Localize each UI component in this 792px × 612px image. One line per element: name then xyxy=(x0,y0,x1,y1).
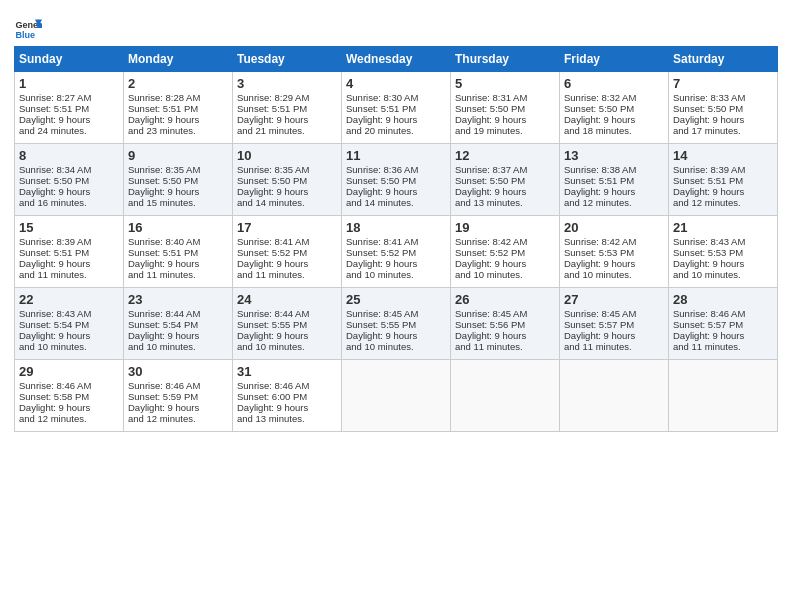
day-info: Sunrise: 8:27 AM xyxy=(19,92,119,103)
day-info: Daylight: 9 hours xyxy=(19,402,119,413)
calendar-cell: 18Sunrise: 8:41 AMSunset: 5:52 PMDayligh… xyxy=(342,216,451,288)
day-info: Sunrise: 8:43 AM xyxy=(673,236,773,247)
day-info: Sunset: 5:52 PM xyxy=(455,247,555,258)
day-info: Sunset: 5:56 PM xyxy=(455,319,555,330)
calendar-cell: 30Sunrise: 8:46 AMSunset: 5:59 PMDayligh… xyxy=(124,360,233,432)
day-info: and 24 minutes. xyxy=(19,125,119,136)
day-number: 26 xyxy=(455,292,555,307)
day-number: 18 xyxy=(346,220,446,235)
day-info: Daylight: 9 hours xyxy=(455,186,555,197)
calendar-cell: 8Sunrise: 8:34 AMSunset: 5:50 PMDaylight… xyxy=(15,144,124,216)
svg-text:Blue: Blue xyxy=(15,30,35,40)
day-info: and 11 minutes. xyxy=(237,269,337,280)
day-number: 10 xyxy=(237,148,337,163)
day-info: Sunrise: 8:40 AM xyxy=(128,236,228,247)
day-info: and 17 minutes. xyxy=(673,125,773,136)
day-info: Sunset: 5:59 PM xyxy=(128,391,228,402)
day-info: Sunset: 5:53 PM xyxy=(564,247,664,258)
calendar-cell: 13Sunrise: 8:38 AMSunset: 5:51 PMDayligh… xyxy=(560,144,669,216)
day-number: 9 xyxy=(128,148,228,163)
day-info: Sunset: 5:50 PM xyxy=(346,175,446,186)
day-number: 28 xyxy=(673,292,773,307)
day-info: Sunrise: 8:37 AM xyxy=(455,164,555,175)
day-info: Daylight: 9 hours xyxy=(237,330,337,341)
day-info: and 20 minutes. xyxy=(346,125,446,136)
day-info: Sunset: 5:50 PM xyxy=(128,175,228,186)
day-info: and 14 minutes. xyxy=(346,197,446,208)
day-info: Sunrise: 8:45 AM xyxy=(564,308,664,319)
day-info: Daylight: 9 hours xyxy=(128,114,228,125)
day-info: Sunrise: 8:34 AM xyxy=(19,164,119,175)
day-number: 20 xyxy=(564,220,664,235)
calendar-cell xyxy=(669,360,778,432)
day-info: Sunrise: 8:28 AM xyxy=(128,92,228,103)
day-info: Sunset: 5:57 PM xyxy=(564,319,664,330)
calendar-cell: 3Sunrise: 8:29 AMSunset: 5:51 PMDaylight… xyxy=(233,72,342,144)
day-info: Daylight: 9 hours xyxy=(564,330,664,341)
calendar-week-3: 15Sunrise: 8:39 AMSunset: 5:51 PMDayligh… xyxy=(15,216,778,288)
day-info: Daylight: 9 hours xyxy=(455,258,555,269)
day-number: 1 xyxy=(19,76,119,91)
day-info: Sunrise: 8:35 AM xyxy=(128,164,228,175)
day-number: 22 xyxy=(19,292,119,307)
day-info: Sunrise: 8:45 AM xyxy=(346,308,446,319)
day-info: and 13 minutes. xyxy=(237,413,337,424)
day-number: 14 xyxy=(673,148,773,163)
calendar-cell: 25Sunrise: 8:45 AMSunset: 5:55 PMDayligh… xyxy=(342,288,451,360)
day-info: Daylight: 9 hours xyxy=(128,330,228,341)
day-info: Daylight: 9 hours xyxy=(564,186,664,197)
day-info: Sunset: 5:50 PM xyxy=(455,175,555,186)
day-number: 21 xyxy=(673,220,773,235)
calendar-cell: 10Sunrise: 8:35 AMSunset: 5:50 PMDayligh… xyxy=(233,144,342,216)
calendar-cell: 26Sunrise: 8:45 AMSunset: 5:56 PMDayligh… xyxy=(451,288,560,360)
calendar-cell: 29Sunrise: 8:46 AMSunset: 5:58 PMDayligh… xyxy=(15,360,124,432)
calendar-cell xyxy=(342,360,451,432)
calendar-cell xyxy=(451,360,560,432)
day-info: and 16 minutes. xyxy=(19,197,119,208)
day-info: Daylight: 9 hours xyxy=(673,330,773,341)
day-number: 8 xyxy=(19,148,119,163)
day-info: Sunrise: 8:38 AM xyxy=(564,164,664,175)
day-number: 31 xyxy=(237,364,337,379)
day-info: Sunset: 5:51 PM xyxy=(128,103,228,114)
day-number: 16 xyxy=(128,220,228,235)
day-info: Sunset: 5:50 PM xyxy=(564,103,664,114)
day-info: and 12 minutes. xyxy=(19,413,119,424)
calendar-cell: 7Sunrise: 8:33 AMSunset: 5:50 PMDaylight… xyxy=(669,72,778,144)
calendar-cell: 20Sunrise: 8:42 AMSunset: 5:53 PMDayligh… xyxy=(560,216,669,288)
day-info: Sunset: 5:51 PM xyxy=(673,175,773,186)
day-info: Daylight: 9 hours xyxy=(19,186,119,197)
day-info: and 18 minutes. xyxy=(564,125,664,136)
day-info: Sunrise: 8:41 AM xyxy=(237,236,337,247)
day-info: Sunrise: 8:35 AM xyxy=(237,164,337,175)
calendar-cell: 5Sunrise: 8:31 AMSunset: 5:50 PMDaylight… xyxy=(451,72,560,144)
day-number: 12 xyxy=(455,148,555,163)
calendar-cell: 31Sunrise: 8:46 AMSunset: 6:00 PMDayligh… xyxy=(233,360,342,432)
day-number: 3 xyxy=(237,76,337,91)
day-info: Daylight: 9 hours xyxy=(19,330,119,341)
day-info: Sunrise: 8:42 AM xyxy=(455,236,555,247)
day-info: Daylight: 9 hours xyxy=(455,330,555,341)
day-info: and 10 minutes. xyxy=(564,269,664,280)
day-info: and 23 minutes. xyxy=(128,125,228,136)
day-info: and 11 minutes. xyxy=(128,269,228,280)
day-info: Sunset: 5:51 PM xyxy=(19,103,119,114)
day-info: Sunset: 5:50 PM xyxy=(455,103,555,114)
day-info: Sunset: 5:53 PM xyxy=(673,247,773,258)
day-info: and 10 minutes. xyxy=(455,269,555,280)
calendar-cell: 6Sunrise: 8:32 AMSunset: 5:50 PMDaylight… xyxy=(560,72,669,144)
calendar-cell: 22Sunrise: 8:43 AMSunset: 5:54 PMDayligh… xyxy=(15,288,124,360)
day-info: Sunrise: 8:43 AM xyxy=(19,308,119,319)
day-info: and 10 minutes. xyxy=(19,341,119,352)
day-info: and 10 minutes. xyxy=(673,269,773,280)
calendar-cell: 4Sunrise: 8:30 AMSunset: 5:51 PMDaylight… xyxy=(342,72,451,144)
day-info: Sunset: 5:54 PM xyxy=(128,319,228,330)
day-number: 5 xyxy=(455,76,555,91)
day-info: Daylight: 9 hours xyxy=(237,402,337,413)
calendar-week-4: 22Sunrise: 8:43 AMSunset: 5:54 PMDayligh… xyxy=(15,288,778,360)
day-number: 17 xyxy=(237,220,337,235)
svg-marker-3 xyxy=(37,24,42,28)
calendar-cell: 9Sunrise: 8:35 AMSunset: 5:50 PMDaylight… xyxy=(124,144,233,216)
day-info: Sunset: 5:54 PM xyxy=(19,319,119,330)
logo-icon: General Blue xyxy=(14,14,42,42)
